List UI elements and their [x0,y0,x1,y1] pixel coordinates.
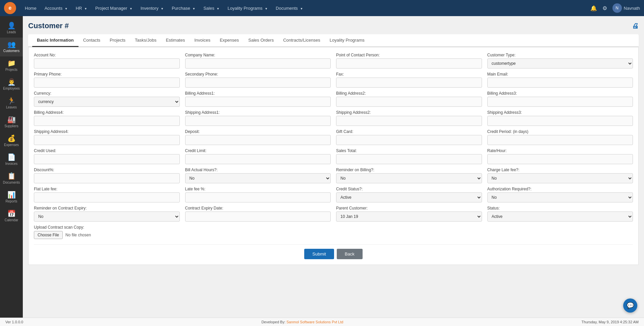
tab-expenses[interactable]: Expenses [215,34,244,47]
sidebar-item-projects[interactable]: 📁 Projects [0,56,23,75]
tab-invoices[interactable]: Invoices [190,34,215,47]
tab-contacts[interactable]: Contacts [78,34,105,47]
billing-address2-input[interactable] [336,97,482,107]
submit-button[interactable]: Submit [304,249,334,259]
secondary-phone-group: Secondary Phone: [185,72,331,88]
upload-label: Upload Contract scan Copy: [34,225,633,230]
file-chosen-text: No file chosen [65,233,91,237]
tab-loyality-programs[interactable]: Loyality Programs [325,34,369,47]
billing-address2-group: Billing Address2: [336,91,482,107]
form-row-5: Shipping Address4: Deposit: Gift Card: C… [34,129,633,145]
page-title: Customer # [28,21,69,30]
nav-documents[interactable]: Documents ▼ [272,4,306,13]
billing-address1-group: Billing Address1: [185,91,331,107]
nav-project-manager[interactable]: Project Manager ▼ [92,4,136,13]
nav-purchase[interactable]: Purchase ▼ [168,4,199,13]
back-button[interactable]: Back [337,249,363,259]
credit-period-input[interactable] [487,135,633,145]
contract-expiry-input[interactable] [185,212,331,222]
reminder-billing-select[interactable]: No Yes [336,173,482,183]
shipping-address4-group: Shipping Address4: [34,129,180,145]
credit-status-select[interactable]: Active Inactive [336,192,482,202]
sidebar-item-invoices[interactable]: 📄 Invoices [0,150,23,169]
poc-person-input[interactable] [336,58,482,68]
flat-late-fee-input[interactable] [34,192,180,202]
notification-icon[interactable]: 🔔 [590,5,597,11]
billing-address1-input[interactable] [185,97,331,107]
status-select[interactable]: Active Inactive [487,212,633,222]
sidebar-item-leads[interactable]: 👤 Leads [0,19,23,38]
customer-type-select[interactable]: customertype [487,58,633,68]
sidebar-item-calendar[interactable]: 📅 Calendar [0,207,23,226]
account-no-input[interactable] [34,58,180,68]
suppliers-icon: 🏭 [7,116,16,123]
credit-used-input[interactable] [34,154,180,164]
fax-input[interactable] [336,78,482,88]
company-name-input[interactable] [185,58,331,68]
nav-sales[interactable]: Sales ▼ [200,4,223,13]
user-menu[interactable]: N Navnath [612,3,640,13]
authorization-required-select[interactable]: No Yes [487,192,633,202]
late-fee-pct-input[interactable] [185,192,331,202]
sidebar-item-employees[interactable]: 👨‍💼 Employees [0,75,23,94]
sidebar-item-expenses[interactable]: 💰 Expenses [0,132,23,150]
primary-phone-input[interactable] [34,78,180,88]
nav-menu: Home Accounts ▼ HR ▼ Project Manager ▼ I… [21,4,590,13]
credit-limit-input[interactable] [185,154,331,164]
deposit-input[interactable] [185,135,331,145]
bill-actual-hours-group: Bill Actual Hours?: No Yes [185,168,331,183]
settings-icon[interactable]: ⚙ [602,5,607,11]
shipping-address4-input[interactable] [34,135,180,145]
app-logo[interactable]: e [4,2,16,14]
billing-address2-label: Billing Address2: [336,91,482,96]
print-icon[interactable]: 🖨 [632,22,639,30]
gift-card-input[interactable] [336,135,482,145]
currency-select[interactable]: currency [34,97,180,107]
tab-estimates[interactable]: Estimates [161,34,190,47]
nav-inventory[interactable]: Inventory ▼ [137,4,167,13]
form-actions: Submit Back [34,244,633,259]
sidebar-item-customers[interactable]: 👥 Customers [0,38,23,56]
sidebar-item-reports[interactable]: 📊 Reports [0,188,23,207]
chat-bubble[interactable]: 💬 [623,298,637,313]
billing-address3-input[interactable] [487,97,633,107]
nav-loyality[interactable]: Loyality Programs ▼ [224,4,271,13]
parent-customer-select[interactable]: 10 Jan 19 [336,212,482,222]
charge-late-fee-group: Charge Late fee?: No Yes [487,168,633,183]
calendar-icon: 📅 [7,210,16,217]
status-label: Status: [487,206,633,211]
shipping-address3-label: Shipping Address3: [487,110,633,115]
shipping-address3-input[interactable] [487,116,633,126]
rate-hour-input[interactable] [487,154,633,164]
nav-home[interactable]: Home [21,4,40,13]
tab-tasks-jobs[interactable]: Tasks/Jobs [130,34,161,47]
billing-address3-group: Billing Address3: [487,91,633,107]
tab-contracts-licenses[interactable]: Contracts/Licenses [278,34,325,47]
sidebar-label-leaves: Leaves [6,105,17,109]
sidebar-item-documents[interactable]: 📋 Documents [0,169,23,188]
billing-address4-input[interactable] [34,116,180,126]
tab-sales-orders[interactable]: Sales Orders [244,34,278,47]
sales-total-input[interactable] [336,154,482,164]
sidebar-item-leaves[interactable]: 🏃 Leaves [0,94,23,113]
reminder-contract-select[interactable]: No Yes [34,212,180,222]
nav-hr[interactable]: HR ▼ [72,4,91,13]
bill-actual-hours-select[interactable]: No Yes [185,173,331,183]
secondary-phone-input[interactable] [185,78,331,88]
discount-input[interactable] [34,173,180,183]
footer: Ver 1.0.0.0 Developed By: Sanmol Softwar… [0,318,644,326]
main-email-input[interactable] [487,78,633,88]
shipping-address3-group: Shipping Address3: [487,110,633,126]
tab-projects[interactable]: Projects [105,34,130,47]
flat-late-fee-group: Flat Late fee: [34,187,180,202]
credit-status-group: Credit Status?: Active Inactive [336,187,482,202]
tab-basic-information[interactable]: Basic Information [32,34,78,47]
shipping-address2-input[interactable] [336,116,482,126]
sidebar-item-suppliers[interactable]: 🏭 Suppliers [0,113,23,132]
nav-accounts[interactable]: Accounts ▼ [41,4,71,13]
form-tabs: Basic Information Contacts Projects Task… [28,34,639,47]
charge-late-fee-select[interactable]: No Yes [487,173,633,183]
shipping-address1-label: Shipping Address1: [185,110,331,115]
shipping-address1-input[interactable] [185,116,331,126]
choose-file-button[interactable]: Choose File [34,231,63,239]
